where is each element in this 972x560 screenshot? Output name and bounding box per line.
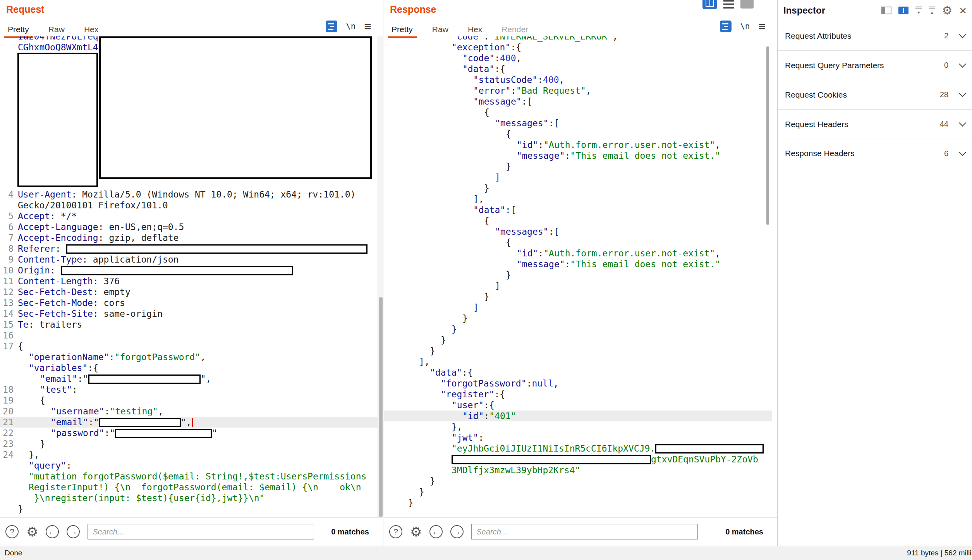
code-line-content: ], [384,194,484,204]
tab-pretty[interactable]: Pretty [7,23,30,36]
gear-icon[interactable]: ⚙ [410,525,422,538]
tab-render[interactable]: Render [501,23,529,36]
code-text: "email" [40,374,77,384]
tab-hex[interactable]: Hex [83,23,99,36]
code-line: { [384,107,772,118]
code-line: } [384,291,772,302]
code-text: : [72,385,77,395]
response-search-toolbar: ? ⚙ ← → 0 matches [384,517,777,546]
code-text: Accept-Encoding [18,233,98,243]
code-text: "messages" [495,118,548,128]
help-icon[interactable]: ? [389,525,402,538]
code-line-content: "email":"", [14,417,193,428]
request-search-input[interactable] [88,524,314,539]
inspector-row-request-attributes[interactable]: Request Attributes 2 [778,21,972,50]
code-line: { [384,215,772,226]
menu-icon[interactable]: ≡ [758,20,766,33]
code-line-content: Sec-Fetch-Dest: empty [14,287,131,297]
help-icon[interactable]: ? [5,525,19,538]
menu-icon[interactable] [723,0,734,9]
code-line-content: } [384,476,435,486]
code-line-content: "variables":{ [14,362,98,373]
code-line: "exception":{ [384,42,772,53]
response-code-editor[interactable]: "code":"INTERNAL_SERVER_ERROR","exceptio… [384,36,772,517]
inspector-row-request-headers[interactable]: Request Headers 44 [778,109,972,139]
code-text: "id" [517,140,538,150]
collapse-all-icon[interactable]: ▾ [915,7,922,15]
code-line-content: "query": [14,460,72,471]
gear-icon[interactable]: ⚙ [942,5,952,16]
inspector-row-label: Request Attributes [785,31,852,41]
code-line: } [0,503,378,514]
redaction-box [99,36,372,179]
code-text: "code" [452,36,484,41]
layout-columns-icon[interactable] [702,0,717,9]
inspector-header: Inspector ▾ ▴ ⚙ × [778,0,972,21]
code-text: Gecko/20100101 Firefox/101.0 [18,200,168,210]
code-line: "user":{ [384,400,772,411]
expand-all-icon[interactable]: ▴ [929,7,935,15]
line-number [0,352,14,362]
scrollbar-thumb[interactable] [766,46,769,225]
tab-raw[interactable]: Raw [431,23,449,36]
newline-toggle-icon[interactable]: \n [740,22,750,31]
scrollbar-thumb[interactable] [379,297,383,517]
response-scrollbar[interactable] [766,36,769,517]
inspector-row-response-headers[interactable]: Response Headers 6 [778,139,972,168]
layout-split-selected-icon[interactable] [898,7,908,14]
code-text: : [104,406,110,416]
code-line-content: 3MDlfjx3mzwL39ybHp2Krs4" [384,465,580,476]
chevron-down-icon [959,60,966,67]
code-line: } [384,313,772,324]
code-line: 23} [0,438,378,449]
close-icon[interactable]: × [959,4,967,17]
line-number: 8 [0,243,14,254]
request-scrollbar[interactable] [378,36,383,517]
tab-raw[interactable]: Raw [48,23,65,36]
code-line: "error":"Bad Request", [384,85,772,96]
pretty-print-icon[interactable] [326,21,337,32]
code-line-content: Content-Type: application/json [14,254,179,265]
code-text: : [495,53,500,63]
newline-toggle-icon[interactable]: \n [346,22,355,31]
code-text: "messages" [495,227,548,237]
response-panel-title: Response [390,4,436,15]
tab-hex[interactable]: Hex [467,23,483,36]
code-line-content: } [384,497,414,508]
code-line: "id":"Auth.form.error.user.not-exist", [384,139,772,150]
tab-pretty[interactable]: Pretty [391,23,414,36]
code-text: : [538,140,543,150]
layout-single-icon[interactable] [740,0,754,9]
code-line-content: Origin: [14,265,293,276]
code-line: "data":{ [384,64,772,74]
line-number [0,36,14,42]
code-text: 400 [543,75,559,85]
pretty-print-icon[interactable] [720,21,732,32]
code-line-content: "username":"testing", [14,406,163,417]
inspector-row-request-cookies[interactable]: Request Cookies 28 [778,80,972,109]
code-text: Accept-Language [18,222,98,232]
code-line-content: } [384,161,511,172]
inspector-row-count: 28 [931,90,948,99]
prev-match-icon[interactable]: ← [429,525,443,538]
inspector-title: Inspector [783,5,825,16]
code-text: : 376 [93,276,120,286]
chevron-down-icon [959,31,966,38]
response-search-input[interactable] [471,524,698,539]
code-text: "error" [473,86,511,96]
inspector-row-request-query-parameters[interactable]: Request Query Parameters 0 [778,50,972,80]
code-line: "messages":[ [384,118,772,129]
code-line-content: ] [384,172,500,183]
menu-icon[interactable]: ≡ [364,20,371,33]
code-text: : [538,75,543,85]
code-line-content: { [384,129,511,139]
prev-match-icon[interactable]: ← [46,525,59,538]
code-line-content: } [384,270,511,280]
code-line: } [384,335,772,345]
code-line-content: gtxvDEqnSVuPbY-2ZoVb [384,454,758,465]
code-line-content: "data":[ [384,204,516,215]
gear-icon[interactable]: ⚙ [26,525,38,538]
next-match-icon[interactable]: → [450,525,464,538]
layout-split-icon[interactable] [881,7,891,14]
next-match-icon[interactable]: → [67,525,80,538]
